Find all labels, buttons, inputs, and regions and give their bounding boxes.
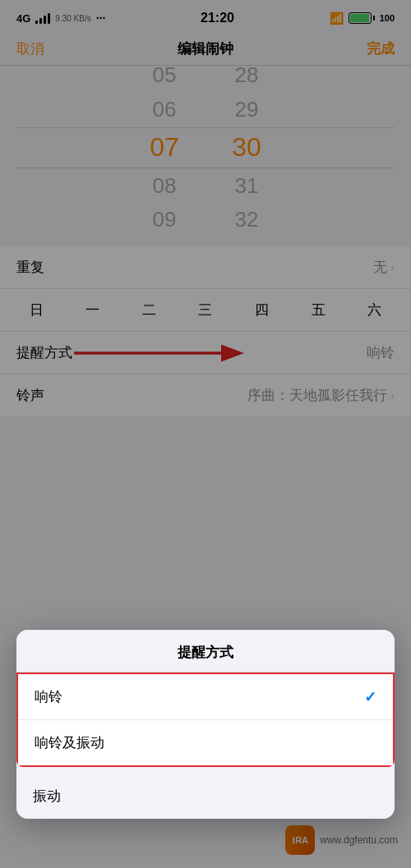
option-ring-vibrate-label: 响铃及振动 <box>35 733 104 752</box>
option-ring-check: ✓ <box>364 688 376 706</box>
modal-sheet: 提醒方式 响铃 ✓ 响铃及振动 振动 <box>16 630 395 819</box>
modal-option-ring[interactable]: 响铃 ✓ <box>18 674 393 720</box>
modal-option-vibrate[interactable]: 振动 <box>16 767 395 819</box>
modal-title: 提醒方式 <box>16 630 395 673</box>
option-ring-label: 响铃 <box>35 687 62 706</box>
option-vibrate-label: 振动 <box>33 788 61 804</box>
modal-options-list: 响铃 ✓ 响铃及振动 <box>16 673 395 767</box>
modal-option-ring-vibrate[interactable]: 响铃及振动 <box>18 720 393 765</box>
modal-overlay[interactable]: 提醒方式 响铃 ✓ 响铃及振动 振动 <box>0 0 411 868</box>
